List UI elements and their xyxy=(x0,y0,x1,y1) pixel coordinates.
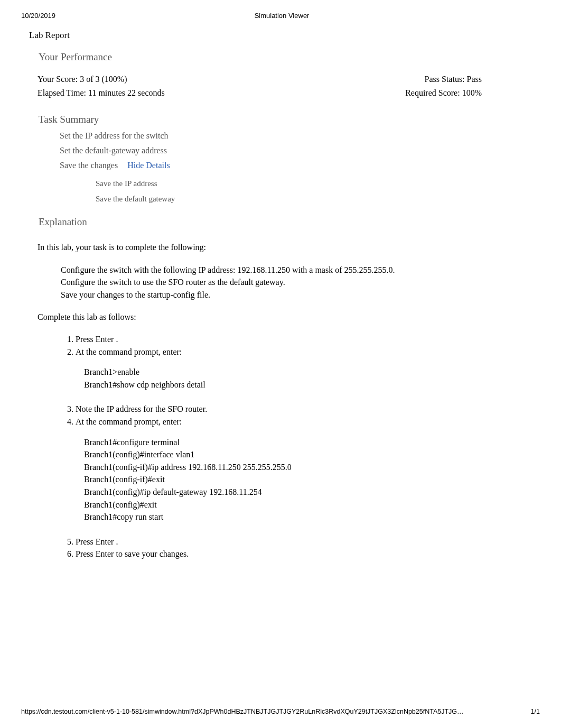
steps-list: Press Enter . Press Enter to save your c… xyxy=(38,531,532,561)
print-date: 10/20/2019 xyxy=(21,12,55,20)
task-label: Set the IP address for the switch xyxy=(60,131,169,140)
step-item: Note the IP address for the SFO router. xyxy=(76,403,532,416)
elapsed-time-line: Elapsed Time: 11 minutes 22 seconds xyxy=(38,86,165,100)
steps-list: Press Enter . At the command prompt, ent… xyxy=(38,328,532,358)
score-line: Your Score: 3 of 3 (100%) xyxy=(38,72,165,86)
task-item: Set the default-gateway address xyxy=(60,143,532,158)
command-line: Branch1(config-if)#exit xyxy=(84,473,532,486)
complete-label: Complete this lab as follows: xyxy=(38,311,532,323)
step-item: Press Enter . xyxy=(76,536,532,549)
command-line: Branch1(config)#ip default-gateway 192.1… xyxy=(84,486,532,499)
step-item: Press Enter to save your changes. xyxy=(76,548,532,561)
explanation-intro: In this lab, your task is to complete th… xyxy=(38,242,532,253)
explanation-heading: Explanation xyxy=(29,207,532,232)
task-item: Save the changes Hide Details xyxy=(60,158,532,173)
task-summary-heading: Task Summary xyxy=(29,102,532,127)
hide-details-link[interactable]: Hide Details xyxy=(127,161,170,170)
pass-status-line: Pass Status: Pass xyxy=(405,72,482,86)
page-print-header: 10/20/2019 Simulation Viewer xyxy=(0,0,561,24)
performance-right: Pass Status: Pass Required Score: 100% xyxy=(405,72,482,100)
lab-report-title: Lab Report xyxy=(29,24,532,48)
sub-task-item: Save the default gateway xyxy=(96,191,532,207)
footer-url: https://cdn.testout.com/client-v5-1-10-5… xyxy=(21,708,464,715)
command-line: Branch1(config)#exit xyxy=(84,499,532,511)
task-label: Set the default-gateway address xyxy=(60,146,167,155)
command-line: Branch1#copy run start xyxy=(84,511,532,523)
explanation-body: In this lab, your task is to complete th… xyxy=(29,232,532,561)
config-list: Configure the switch with the following … xyxy=(38,259,532,307)
command-block: Branch1>enable Branch1#show cdp neighbor… xyxy=(38,358,532,398)
performance-block: Your Score: 3 of 3 (100%) Elapsed Time: … xyxy=(29,67,532,102)
task-item: Set the IP address for the switch xyxy=(60,128,532,143)
step-item: At the command prompt, enter: xyxy=(76,346,532,359)
print-title: Simulation Viewer xyxy=(55,12,540,20)
step-item: Press Enter . xyxy=(76,334,532,346)
command-line: Branch1#configure terminal xyxy=(84,436,532,449)
page-print-footer: https://cdn.testout.com/client-v5-1-10-5… xyxy=(21,708,540,715)
performance-heading: Your Performance xyxy=(29,48,532,67)
content-area: Lab Report Your Performance Your Score: … xyxy=(0,24,561,561)
task-label: Save the changes xyxy=(60,161,118,170)
config-item: Save your changes to the startup-config … xyxy=(61,289,532,301)
steps-list: Note the IP address for the SFO router. … xyxy=(38,398,532,428)
sub-task-list: Save the IP address Save the default gat… xyxy=(60,173,532,207)
footer-page-number: 1/1 xyxy=(531,708,540,715)
command-line: Branch1>enable xyxy=(84,366,532,379)
step-item: At the command prompt, enter: xyxy=(76,416,532,429)
config-item: Configure the switch to use the SFO rout… xyxy=(61,276,532,289)
task-list: Set the IP address for the switch Set th… xyxy=(29,127,532,207)
config-item: Configure the switch with the following … xyxy=(61,264,532,277)
command-block: Branch1#configure terminal Branch1(confi… xyxy=(38,429,532,531)
command-line: Branch1#show cdp neighbors detail xyxy=(84,379,532,391)
command-line: Branch1(config-if)#ip address 192.168.11… xyxy=(84,461,532,474)
performance-left: Your Score: 3 of 3 (100%) Elapsed Time: … xyxy=(38,72,165,100)
required-score-line: Required Score: 100% xyxy=(405,86,482,100)
command-line: Branch1(config)#interface vlan1 xyxy=(84,448,532,461)
sub-task-item: Save the IP address xyxy=(96,176,532,191)
